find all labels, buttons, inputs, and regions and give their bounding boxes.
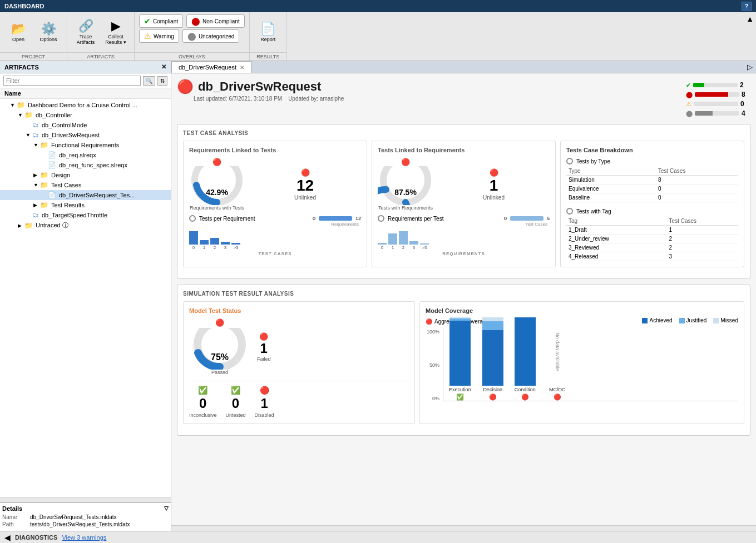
tests-donut-chart: 87.5% xyxy=(378,166,433,205)
details-name-row: Name db_DriverSwRequest_Tests.mldatx xyxy=(2,514,169,520)
details-path-value: tests/db_DriverSwRequest_Tests.mldatx xyxy=(30,521,169,527)
stat-gray-count: 4 xyxy=(742,109,750,117)
req-linked-title: Requirements Linked to Tests xyxy=(189,147,361,153)
table-row: Simulation 8 xyxy=(566,176,738,185)
open-button[interactable]: 📂 Open xyxy=(4,19,32,45)
model-test-status-title: Model Test Status xyxy=(189,307,409,314)
filter-input[interactable] xyxy=(3,76,141,86)
req-range-max: 12 xyxy=(355,216,361,221)
execution-bar-group: Execution ✅ xyxy=(449,317,471,401)
by-tag-radio[interactable] xyxy=(566,208,573,215)
collect-results-button[interactable]: ▶ CollectResults ▾ xyxy=(102,17,130,48)
uncategorized-button[interactable]: ⬤ Uncategorized xyxy=(182,29,239,43)
inconclusive-box: ✅ 0 Inconclusive xyxy=(189,386,217,418)
tab-db-driverswrequest[interactable]: db_DriverSwRequest ✕ xyxy=(171,61,251,73)
sidebar-close[interactable]: ✕ xyxy=(161,63,166,71)
report-button[interactable]: 📄 Report xyxy=(254,19,282,45)
details-toggle[interactable]: ▽ xyxy=(164,505,169,512)
non-compliant-icon: ⬤ xyxy=(191,17,200,26)
tests-hist-axis: REQUIREMENTS xyxy=(378,251,550,256)
trace-label: TraceArtifacts xyxy=(77,34,95,46)
test-case-cards: Requirements Linked to Tests 🔴 42.9% Req… xyxy=(183,141,744,273)
tests-per-req-radio[interactable] xyxy=(189,215,196,222)
tree-item-tests-file[interactable]: 📄 db_DriverSwRequest_Tes... xyxy=(0,190,171,200)
by-type-radio[interactable] xyxy=(566,158,573,165)
req-linked-error2: 🔴 xyxy=(301,168,310,177)
warning-button[interactable]: ⚠ Warning xyxy=(139,29,179,43)
overlays-section-label: OVERLAYS xyxy=(135,52,249,61)
tree-item-slreqx2[interactable]: 📄 db_req_func_spec.slreqx xyxy=(0,160,171,170)
by-type-table: Type Test Cases Simulation 8 E xyxy=(566,167,738,202)
achieved-legend-dot xyxy=(642,318,648,323)
tree-item-design[interactable]: ▶ 📁 Design xyxy=(0,170,171,180)
table-row: 4_Released 3 xyxy=(566,252,738,261)
tree-item-functional-req[interactable]: ▼ 📁 Functional Requirements xyxy=(0,140,171,150)
inconclusive-ok-icon: ✅ xyxy=(198,386,207,395)
svg-text:75%: 75% xyxy=(211,352,229,362)
table-row: 1_Draft 1 xyxy=(566,226,738,235)
disabled-box: 🔴 1 Disabled xyxy=(255,386,274,418)
help-button[interactable]: ? xyxy=(742,2,752,11)
untested-ok-icon: ✅ xyxy=(231,386,240,395)
tab-close-button[interactable]: ✕ xyxy=(240,64,244,71)
filter-options-button[interactable]: ⇅ xyxy=(157,76,167,86)
aggregated-error-icon: 🔴 xyxy=(426,318,432,325)
justified-legend-dot xyxy=(679,318,685,323)
uncategorized-icon: ⬤ xyxy=(187,32,196,41)
stat-yellow-count: 0 xyxy=(740,100,749,108)
artifacts-label: ARTIFACTS xyxy=(4,64,39,71)
tree-item-db-controlmode[interactable]: 🗂 db_ControlMode xyxy=(0,120,171,130)
tests-histogram: 0 1 2 3 >3 REQUIREMENTS xyxy=(378,229,550,256)
warning-icon: ⚠ xyxy=(144,32,151,41)
tree-item-targetspeedthrottle[interactable]: 🗂 db_TargetSpeedThrottle xyxy=(0,210,171,220)
collect-label: CollectResults ▾ xyxy=(105,34,126,46)
reqs-per-test-radio[interactable] xyxy=(378,215,384,222)
open-label: Open xyxy=(12,37,24,43)
tests-linked-title: Tests Linked to Requirements xyxy=(378,147,550,153)
tab-more-button[interactable]: ▷ xyxy=(744,62,756,72)
condition-status-icon: 🔴 xyxy=(521,393,529,401)
non-compliant-label: Non-Compliant xyxy=(202,18,240,24)
tree-item-test-results[interactable]: ▶ 📁 Test Results xyxy=(0,200,171,210)
tab-label: db_DriverSwRequest xyxy=(179,64,236,71)
by-tag-table: Tag Test Cases 1_Draft 1 2_Und xyxy=(566,217,738,261)
scroll-left-button[interactable]: ◀ xyxy=(4,533,11,542)
decision-status-icon: 🔴 xyxy=(489,393,497,401)
req-pct-label: Requirements with Tests xyxy=(190,205,244,211)
tree-item-test-cases[interactable]: ▼ 📁 Test Cases xyxy=(0,180,171,190)
filter-search-button[interactable]: 🔍 xyxy=(143,76,155,86)
failed-error-icon: 🔴 xyxy=(259,332,268,341)
range-bar-test xyxy=(510,216,543,221)
name-column-header: Name xyxy=(0,88,171,99)
decision-justified-bar xyxy=(482,321,503,330)
stat-gray-icon: ⬤ xyxy=(686,110,693,117)
details-panel: Details ▽ Name db_DriverSwRequest_Tests.… xyxy=(0,502,171,531)
execution-status-icon: ✅ xyxy=(456,393,464,401)
tree-item-untraced[interactable]: ▶ 📁 Untraced ⓘ xyxy=(0,220,171,231)
untested-label: Untested xyxy=(226,412,246,418)
execution-bar-label: Execution xyxy=(449,387,471,392)
bottom-bar: ◀ DIAGNOSTICS View 3 warnings xyxy=(0,531,756,543)
dash-title-text: db_DriverSwRequest xyxy=(198,79,321,94)
coverage-chart: 100% 50% 0% xyxy=(426,329,738,401)
stat-green-count: 2 xyxy=(740,81,749,89)
trace-artifacts-button[interactable]: 🔗 TraceArtifacts xyxy=(72,17,100,48)
artifact-tree: ▼ 📁 Dashboard Demo for a Cruise Control … xyxy=(0,99,171,497)
tree-item-dashboard-demo[interactable]: ▼ 📁 Dashboard Demo for a Cruise Control … xyxy=(0,100,171,110)
sim-section-label: SIMULATION TEST RESULT ANALYSIS xyxy=(183,291,744,297)
options-label: Options xyxy=(39,37,57,43)
view-warnings-link[interactable]: View 3 warnings xyxy=(62,534,106,541)
failed-label: Failed xyxy=(257,356,271,362)
compliant-button[interactable]: ✔ Compliant xyxy=(139,14,183,28)
horizontal-scrollbar[interactable] xyxy=(171,525,756,531)
sidebar-filter-area: 🔍 ⇅ xyxy=(0,73,171,88)
toolbar-collapse-button[interactable]: ▲ xyxy=(744,12,756,61)
tree-item-db-driverswrequest[interactable]: ▼ 🗂 db_DriverSwRequest xyxy=(0,130,171,140)
options-button[interactable]: ⚙️ Options xyxy=(34,19,62,45)
non-compliant-button[interactable]: ⬤ Non-Compliant xyxy=(186,14,245,28)
model-coverage-title: Model Coverage xyxy=(426,307,738,314)
condition-achieved-bar xyxy=(515,317,536,386)
tree-item-db-controller[interactable]: ▼ 📁 db_Controller xyxy=(0,110,171,120)
disabled-label: Disabled xyxy=(255,412,274,418)
tree-item-slreqx[interactable]: 📄 db_req.slreqx xyxy=(0,150,171,160)
